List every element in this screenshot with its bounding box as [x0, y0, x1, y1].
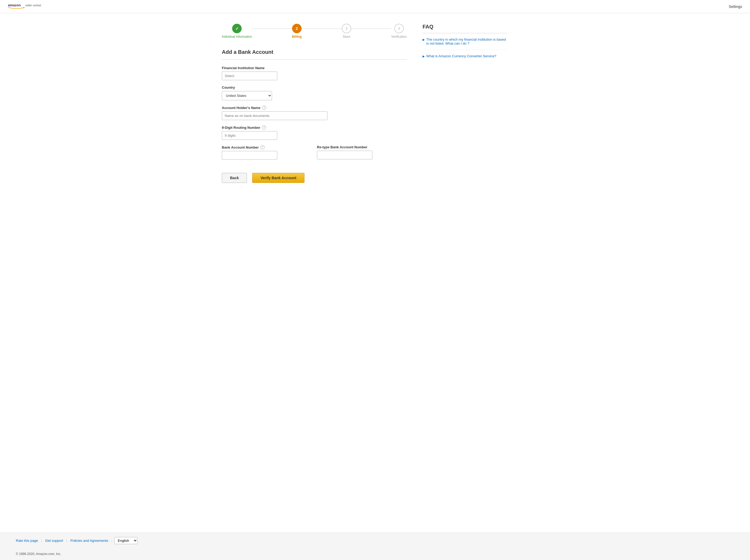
country-select[interactable]: United States: [222, 91, 272, 100]
step-billing: 2 Billing: [292, 24, 302, 39]
separator-3: |: [112, 539, 112, 543]
faq-text-1: The country in which my financial instit…: [426, 38, 507, 45]
country-label: Country: [222, 85, 407, 89]
bank-account-help-icon[interactable]: ?: [260, 145, 264, 149]
routing-number-group: 9-Digit Routing Number ?: [222, 125, 407, 140]
faq-title: FAQ: [422, 24, 507, 30]
rate-link[interactable]: Rate this page: [16, 539, 41, 543]
faq-arrow-1: ▶: [422, 38, 425, 41]
financial-institution-group: Financial Institution Name: [222, 66, 407, 80]
step-2-circle: 2: [292, 24, 301, 33]
faq-divider: [422, 33, 507, 33]
step-4-label: Verification: [391, 35, 407, 39]
svg-text:seller central: seller central: [25, 4, 41, 7]
footer-copyright: © 1996-2020, Amazon.com, Inc.: [16, 552, 734, 556]
back-button[interactable]: Back: [222, 173, 247, 183]
policies-link[interactable]: Policies and Agreements: [67, 539, 112, 543]
step-1-circle: [232, 24, 242, 33]
step-3-circle: 3: [342, 24, 351, 33]
account-holder-group: Account Holder's Name ?: [222, 106, 407, 120]
button-row: Back Verify Bank Account: [222, 173, 407, 183]
step-connector-3: [351, 28, 391, 29]
bank-account-label-row: Bank Account Number ?: [222, 145, 312, 149]
step-3-label: Store: [342, 35, 350, 39]
routing-label: 9-Digit Routing Number: [222, 126, 260, 129]
step-store: 3 Store: [342, 24, 351, 39]
right-panel: FAQ ▶ The country in which my financial …: [422, 24, 507, 522]
support-link[interactable]: Get support: [42, 539, 66, 543]
svg-text:amazon: amazon: [8, 3, 21, 7]
account-holder-label: Account Holder's Name: [222, 106, 260, 110]
financial-institution-label: Financial Institution Name: [222, 66, 407, 70]
step-verification: 4 Verification: [391, 24, 407, 39]
country-group: Country United States: [222, 85, 407, 100]
step-connector-1: [252, 28, 292, 29]
header: amazon seller central Settings: [0, 0, 750, 13]
step-connector-2: [301, 28, 342, 29]
form-title: Add a Bank Account: [222, 49, 407, 55]
step-4-circle: 4: [394, 24, 404, 33]
faq-item-2: ▶ What is Amazon Currency Converter Serv…: [422, 54, 507, 62]
routing-label-row: 9-Digit Routing Number ?: [222, 125, 407, 129]
bank-account-row: Bank Account Number ? Re-type Bank Accou…: [222, 145, 407, 165]
verify-button[interactable]: Verify Bank Account: [252, 173, 304, 183]
step-1-label: Individual Information: [222, 35, 252, 39]
retype-bank-account-label: Re-type Bank Account Number: [317, 145, 407, 149]
footer-links: Rate this page | Get support | Policies …: [16, 537, 734, 544]
faq-item-1: ▶ The country in which my financial inst…: [422, 38, 507, 50]
faq-arrow-2: ▶: [422, 55, 425, 58]
settings-link[interactable]: Settings: [729, 4, 742, 9]
account-holder-input[interactable]: [222, 111, 328, 120]
bank-account-input[interactable]: [222, 151, 277, 160]
amazon-logo: amazon seller central: [8, 2, 42, 12]
financial-institution-input[interactable]: [222, 71, 277, 80]
faq-link-1[interactable]: ▶ The country in which my financial inst…: [422, 38, 507, 45]
bank-account-label: Bank Account Number: [222, 145, 259, 149]
left-panel: Individual Information 2 Billing 3 Store…: [222, 24, 407, 522]
routing-help-icon[interactable]: ?: [262, 125, 266, 129]
progress-steps: Individual Information 2 Billing 3 Store…: [222, 24, 407, 39]
faq-link-2[interactable]: ▶ What is Amazon Currency Converter Serv…: [422, 54, 507, 58]
faq-text-2: What is Amazon Currency Converter Servic…: [426, 54, 496, 58]
form-divider: [222, 59, 407, 60]
retype-bank-account-group: Re-type Bank Account Number: [317, 145, 407, 160]
bank-account-group: Bank Account Number ?: [222, 145, 312, 160]
retype-bank-account-input[interactable]: [317, 151, 372, 160]
account-holder-label-row: Account Holder's Name ?: [222, 106, 407, 110]
step-2-label: Billing: [292, 35, 302, 39]
footer: Rate this page | Get support | Policies …: [0, 533, 750, 560]
step-individual: Individual Information: [222, 24, 252, 39]
language-select[interactable]: English Español Français Deutsch: [114, 537, 138, 544]
account-holder-help-icon[interactable]: ?: [262, 106, 266, 110]
checkmark-icon: [235, 26, 239, 31]
main-content: Individual Information 2 Billing 3 Store…: [206, 13, 544, 533]
routing-number-input[interactable]: [222, 131, 277, 140]
